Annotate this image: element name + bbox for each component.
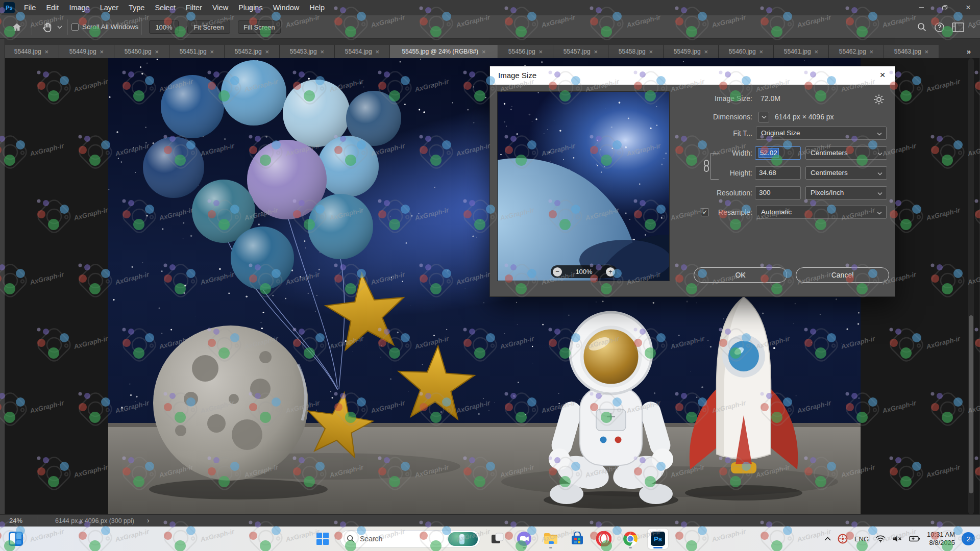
height-input[interactable]: 34.68 [755, 166, 801, 180]
dialog-close-icon[interactable]: × [875, 66, 890, 85]
language-indicator[interactable]: ENG [854, 535, 869, 543]
tab-close-icon[interactable]: × [100, 48, 104, 56]
collapsed-tools-panel[interactable] [0, 39, 5, 514]
document-tab[interactable]: 55458.jpg× [608, 45, 664, 58]
hand-tool-icon[interactable] [41, 20, 54, 34]
dimensions-unit-dropdown[interactable] [758, 112, 769, 122]
menu-type[interactable]: Type [124, 0, 150, 15]
tab-close-icon[interactable]: × [210, 48, 214, 56]
menu-file[interactable]: File [19, 0, 41, 15]
document-tab[interactable]: 55459.jpg× [664, 45, 719, 58]
status-chevron-icon[interactable]: › [147, 515, 150, 527]
menu-select[interactable]: Select [150, 0, 180, 15]
tab-close-icon[interactable]: × [760, 48, 764, 56]
snip-app-icon[interactable] [488, 529, 507, 549]
gear-icon[interactable] [873, 93, 885, 106]
resolution-input[interactable]: 300 [755, 186, 801, 199]
tab-close-icon[interactable]: × [594, 48, 598, 56]
document-tab[interactable]: 55461.jpg× [774, 45, 829, 58]
menu-layer[interactable]: Layer [95, 0, 124, 15]
recorder-tray-icon[interactable] [838, 534, 848, 544]
document-tab[interactable]: 55463.jpg× [884, 45, 939, 58]
file-explorer-icon[interactable] [542, 529, 560, 549]
menu-plugins[interactable]: Plugins [233, 0, 268, 15]
document-tab[interactable]: 55454.jpg× [335, 45, 390, 58]
document-tab[interactable]: 55449.jpg× [59, 45, 114, 58]
microsoft-store-icon[interactable] [568, 529, 586, 549]
fit-to-select[interactable]: Original Size [756, 127, 887, 140]
tab-close-icon[interactable]: × [321, 48, 325, 56]
home-icon[interactable] [11, 21, 22, 33]
zoom-100-button[interactable]: 100% [149, 20, 179, 34]
fill-screen-button[interactable]: Fill Screen [238, 20, 281, 34]
width-input[interactable]: 52.02 [755, 146, 801, 160]
tab-close-icon[interactable]: × [870, 48, 874, 56]
tab-close-icon[interactable]: × [265, 48, 270, 56]
preview-zoom-in-button[interactable]: + [606, 267, 615, 277]
tab-close-icon[interactable]: × [482, 48, 486, 56]
menu-help[interactable]: Help [304, 0, 330, 15]
menu-window[interactable]: Window [268, 0, 305, 15]
minimize-button[interactable] [910, 0, 933, 15]
tab-close-icon[interactable]: × [925, 48, 929, 56]
search-highlight-thumbnail[interactable] [448, 532, 478, 546]
opera-browser-icon[interactable] [595, 529, 613, 549]
tab-label: 55452.jpg [235, 48, 262, 55]
tab-close-icon[interactable]: × [704, 48, 708, 56]
scroll-all-windows-checkbox[interactable] [71, 23, 79, 31]
document-tab[interactable]: 55451.jpg× [169, 45, 225, 58]
clock[interactable]: 10:31 AM 8/8/2025 [927, 531, 955, 547]
menu-filter[interactable]: Filter [181, 0, 207, 15]
tab-close-icon[interactable]: × [649, 48, 653, 56]
document-tab[interactable]: 55462.jpg× [829, 45, 884, 58]
search-icon[interactable] [917, 22, 927, 32]
document-tab[interactable]: 55450.jpg× [114, 45, 169, 58]
taskbar-search[interactable]: Search [340, 530, 480, 547]
start-button[interactable] [313, 529, 332, 549]
preview-zoom-out-button[interactable]: − [553, 267, 562, 277]
photoshop-taskbar-icon[interactable]: Ps [648, 529, 668, 549]
menu-image[interactable]: Image [64, 0, 94, 15]
vertical-scrollbar-thumb[interactable] [969, 315, 973, 493]
battery-icon[interactable] [909, 535, 920, 542]
document-tab[interactable]: 55460.jpg× [719, 45, 774, 58]
tab-close-icon[interactable]: × [539, 48, 543, 56]
resample-select[interactable]: Automatic [756, 206, 887, 219]
tab-close-icon[interactable]: × [155, 48, 159, 56]
maximize-button[interactable] [933, 0, 957, 15]
fit-screen-button[interactable]: Fit Screen [187, 20, 230, 34]
vertical-scrollbar[interactable] [968, 58, 974, 514]
dialog-title-bar[interactable]: Image Size × [490, 66, 895, 85]
width-unit-select[interactable]: Centimeters [805, 146, 887, 160]
tray-chevron-up-icon[interactable] [824, 537, 831, 541]
document-tab[interactable]: 55448.jpg× [4, 45, 59, 58]
document-tab[interactable]: 55457.jpg× [553, 45, 608, 58]
status-zoom-field[interactable]: 24% [9, 515, 22, 527]
menu-edit[interactable]: Edit [41, 0, 64, 15]
ok-button[interactable]: OK [694, 267, 787, 283]
video-chat-app-icon[interactable] [515, 529, 533, 549]
tab-close-icon[interactable]: × [815, 48, 819, 56]
hand-options-chevron-icon[interactable] [57, 26, 62, 29]
notification-badge[interactable]: 2 [962, 532, 975, 545]
panels-layout-icon[interactable] [952, 22, 964, 32]
tab-overflow-chevron[interactable]: » [967, 45, 971, 58]
tab-close-icon[interactable]: × [45, 48, 49, 56]
height-unit-select[interactable]: Centimeters [805, 166, 887, 180]
close-button[interactable]: × [957, 0, 980, 15]
menu-view[interactable]: View [207, 0, 233, 15]
size-preview[interactable]: − 100% + [497, 91, 670, 281]
workspace-chevron-icon[interactable] [971, 26, 976, 29]
tab-close-icon[interactable]: × [376, 48, 380, 56]
help-icon[interactable] [934, 22, 945, 33]
document-tab[interactable]: 55452.jpg× [225, 45, 280, 58]
chrome-browser-icon[interactable] [621, 529, 640, 549]
document-tab[interactable]: 55456.jpg× [498, 45, 553, 58]
widgets-icon[interactable] [8, 531, 23, 546]
resolution-unit-select[interactable]: Pixels/Inch [805, 186, 887, 199]
document-tab[interactable]: 55453.jpg× [280, 45, 335, 58]
cancel-button[interactable]: Cancel [796, 267, 889, 283]
document-tab[interactable]: 55455.jpg @ 24% (RGB/8#)× [390, 45, 498, 58]
volume-muted-icon[interactable] [892, 535, 902, 543]
wifi-icon[interactable] [875, 535, 886, 543]
